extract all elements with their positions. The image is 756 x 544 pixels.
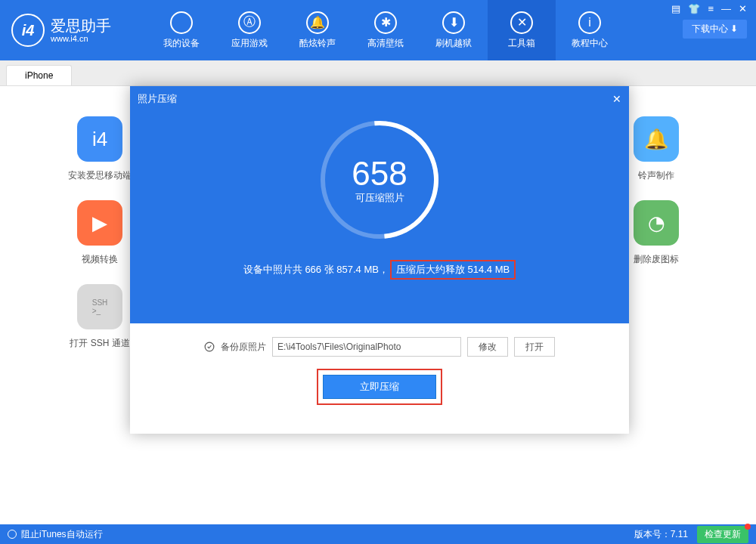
menu-icon[interactable]: ≡ xyxy=(708,3,714,14)
modify-button[interactable]: 修改 xyxy=(467,337,508,357)
wallpaper-icon: ✱ xyxy=(374,11,397,34)
compress-now-button[interactable]: 立即压缩 xyxy=(323,375,436,399)
i4-icon: i4 xyxy=(77,116,122,162)
tab-iphone[interactable]: iPhone xyxy=(6,65,72,85)
logo-icon: i4 xyxy=(11,14,45,47)
svg-point-0 xyxy=(205,342,214,351)
nav-toolbox[interactable]: ✕工具箱 xyxy=(488,0,556,60)
status-bar: 阻止iTunes自动运行 版本号：7.11 检查更新 xyxy=(0,524,756,544)
summary-text: 设备中照片共 666 张 857.4 MB， 压缩后大约释放 514.4 MB xyxy=(243,260,516,280)
check-circle-icon xyxy=(204,342,215,352)
nav-apps[interactable]: Ⓐ应用游戏 xyxy=(215,0,284,60)
window-controls: ▤ 👕 ≡ — ✕ xyxy=(662,0,756,17)
photo-compress-dialog: 照片压缩 ✕ 658 可压缩照片 设备中照片共 666 张 857.4 MB， … xyxy=(130,86,629,434)
feedback-icon[interactable]: ▤ xyxy=(671,3,680,14)
backup-path-input[interactable] xyxy=(272,337,461,357)
nav-tutorials[interactable]: i教程中心 xyxy=(556,0,624,60)
tools-icon: ✕ xyxy=(510,11,533,34)
play-icon: ▶ xyxy=(77,200,122,246)
download-center-button[interactable]: 下载中心 ⬇ xyxy=(683,20,747,39)
nav-flash[interactable]: ⬇刷机越狱 xyxy=(420,0,488,60)
apple-icon xyxy=(170,11,193,34)
top-nav: 我的设备 Ⓐ应用游戏 🔔酷炫铃声 ✱高清壁纸 ⬇刷机越狱 ✕工具箱 i教程中心 xyxy=(147,0,624,60)
app-subtitle: www.i4.cn xyxy=(51,34,111,43)
open-button[interactable]: 打开 xyxy=(514,337,555,357)
progress-circle: 658 可压缩照片 xyxy=(321,121,438,239)
block-itunes-toggle[interactable]: 阻止iTunes自动运行 xyxy=(21,528,103,541)
ssh-icon: SSH>_ xyxy=(77,284,122,329)
tab-bar: iPhone xyxy=(0,60,756,86)
primary-highlight: 立即压缩 xyxy=(317,369,442,405)
backup-label: 备份原照片 xyxy=(221,341,266,354)
app-header: i4 爱思助手 www.i4.cn 我的设备 Ⓐ应用游戏 🔔酷炫铃声 ✱高清壁纸… xyxy=(0,0,756,60)
release-size-highlight: 压缩后大约释放 514.4 MB xyxy=(390,260,516,280)
close-icon[interactable]: ✕ xyxy=(739,3,747,14)
progress-arc-icon xyxy=(296,97,463,263)
nav-ringtones[interactable]: 🔔酷炫铃声 xyxy=(284,0,352,60)
info-icon: i xyxy=(578,11,601,34)
nav-wallpapers[interactable]: ✱高清壁纸 xyxy=(352,0,420,60)
moon-icon: ◔ xyxy=(634,200,679,246)
nav-my-device[interactable]: 我的设备 xyxy=(147,0,215,60)
app-title: 爱思助手 xyxy=(51,17,111,34)
check-update-button[interactable]: 检查更新 xyxy=(697,526,748,543)
ring-icon xyxy=(8,530,17,539)
content-area: i4安装爱思移动端 🔔铃声制作 ▶视频转换 ◔删除废图标 SSH>_打开 SSH… xyxy=(0,86,756,524)
apps-icon: Ⓐ xyxy=(238,11,261,34)
bell-icon: 🔔 xyxy=(306,11,329,34)
bell-plus-icon: 🔔 xyxy=(634,116,679,162)
minimize-icon[interactable]: — xyxy=(721,3,731,14)
skin-icon[interactable]: 👕 xyxy=(688,3,700,14)
dialog-title: 照片压缩 xyxy=(138,92,177,106)
box-icon: ⬇ xyxy=(442,11,465,34)
version-label: 版本号：7.11 xyxy=(634,528,688,541)
dialog-close-icon[interactable]: ✕ xyxy=(612,93,621,105)
logo: i4 爱思助手 www.i4.cn xyxy=(0,14,147,47)
